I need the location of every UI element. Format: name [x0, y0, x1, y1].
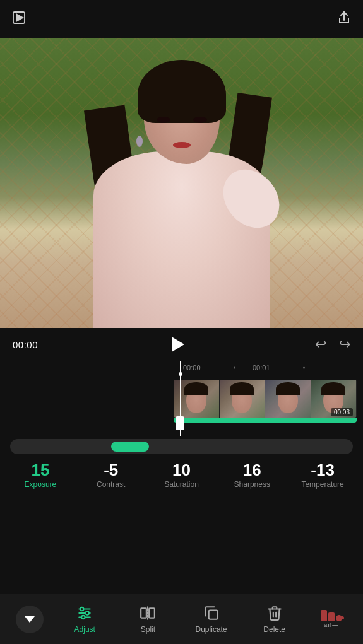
undo-redo-controls: ↩ ↪	[315, 336, 350, 353]
adjust-saturation[interactable]: 10 Saturation	[159, 462, 203, 489]
playhead-dot	[179, 372, 182, 376]
saturation-label: Saturation	[164, 480, 199, 489]
undo-button[interactable]: ↩	[315, 336, 326, 353]
contrast-label: Contrast	[97, 480, 125, 489]
chevron-down-icon	[25, 616, 35, 623]
duplicate-icon	[202, 604, 221, 622]
split-label: Split	[141, 625, 155, 634]
video-preview	[0, 0, 363, 328]
ruler-time-0: 00:00	[183, 364, 201, 372]
adjust-icon	[75, 604, 94, 622]
scrollbar-thumb[interactable]	[111, 442, 149, 452]
adjust-sharpness[interactable]: 16 Sharpness	[230, 462, 274, 489]
current-time-display: 00:00	[13, 339, 38, 350]
svg-point-3	[80, 607, 83, 611]
svg-point-5	[86, 611, 89, 614]
contrast-value: -5	[104, 462, 118, 478]
duration-badge: 00:03	[331, 408, 353, 416]
toolbar-duplicate[interactable]: Duplicate	[189, 604, 234, 634]
exposure-value: 15	[31, 462, 49, 478]
redo-button[interactable]: ↪	[339, 336, 350, 353]
timeline-scrollbar[interactable]	[10, 439, 353, 454]
adjust-label: Adjust	[74, 625, 95, 634]
top-bar	[0, 0, 363, 38]
video-play-icon[interactable]	[11, 10, 27, 28]
ruler-time-1: 00:01	[253, 364, 270, 372]
playhead	[180, 361, 181, 436]
toolbar-delete[interactable]: Delete	[253, 604, 297, 634]
adjust-contrast[interactable]: -5 Contrast	[89, 462, 133, 489]
svg-rect-9	[150, 608, 155, 618]
toolbar-split[interactable]: Split	[126, 604, 170, 634]
duration-bar: 00:03	[174, 418, 357, 423]
svg-rect-11	[208, 611, 217, 619]
collapse-button[interactable]	[16, 606, 44, 633]
sharpness-value: 16	[243, 462, 261, 478]
svg-marker-1	[17, 15, 23, 21]
toolbar: Adjust Split Duplicate	[0, 594, 363, 644]
timeline-section: 00:00 ↩ ↪ 00:00 00:01	[0, 328, 363, 511]
duplicate-label: Duplicate	[196, 625, 227, 634]
temperature-value: -13	[311, 462, 335, 478]
delete-icon	[265, 604, 284, 622]
filmstrip[interactable]	[174, 380, 357, 418]
adjust-temperature[interactable]: -13 Temperature	[301, 462, 345, 489]
film-frame-3	[265, 380, 311, 418]
share-icon[interactable]	[336, 10, 352, 28]
play-button[interactable]	[165, 333, 188, 356]
sharpness-label: Sharpness	[234, 480, 270, 489]
svg-rect-8	[141, 608, 147, 618]
delete-label: Delete	[263, 625, 285, 634]
exposure-label: Exposure	[25, 480, 57, 489]
person-silhouette	[81, 44, 283, 328]
temperature-label: Temperature	[301, 480, 343, 489]
film-frame-2	[220, 380, 266, 418]
saturation-value: 10	[172, 462, 191, 478]
adjust-exposure[interactable]: 15 Exposure	[18, 462, 62, 489]
timeline-area[interactable]: 00:00 00:01	[0, 361, 363, 436]
adjust-values-row: 15 Exposure -5 Contrast 10 Saturation 16…	[0, 454, 363, 491]
toolbar-adjust[interactable]: Adjust	[62, 604, 107, 634]
split-icon	[138, 604, 157, 622]
play-icon	[172, 337, 184, 352]
svg-point-7	[81, 616, 85, 619]
playback-controls: 00:00 ↩ ↪	[0, 328, 363, 361]
brand-logo: ail—	[316, 610, 347, 628]
